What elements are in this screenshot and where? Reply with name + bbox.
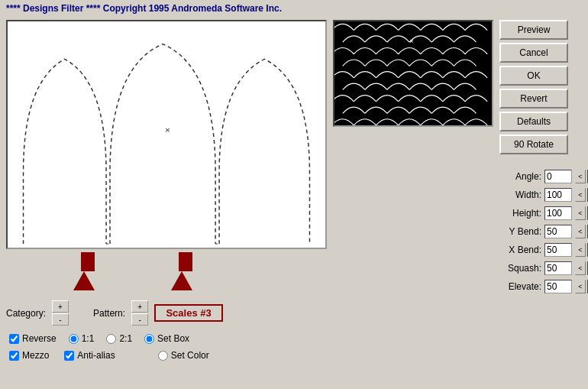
pattern-plus-button[interactable]: +	[131, 300, 148, 313]
cancel-button[interactable]: Cancel	[499, 43, 568, 63]
anti-alias-checkbox[interactable]	[64, 351, 74, 361]
slider-label-4: X Bend:	[499, 245, 541, 255]
slider-label-6: Elevate:	[499, 281, 541, 292]
pattern-preview: ×	[333, 20, 493, 127]
reverse-checkbox[interactable]	[9, 334, 19, 344]
set-color-label: Set Color	[171, 350, 209, 361]
set-box-label: Set Box	[157, 333, 189, 344]
slider-value-6[interactable]	[544, 280, 572, 293]
slider-row-y bend: Y Bend: < >	[499, 225, 588, 238]
slider-left-arrow-1[interactable]: <	[575, 188, 586, 202]
svg-rect-5	[179, 252, 192, 271]
slider-value-3[interactable]	[544, 225, 572, 238]
anti-alias-label: Anti-alias	[77, 350, 115, 361]
slider-left-arrow-2[interactable]: <	[575, 206, 586, 220]
slider-label-1: Width:	[499, 190, 541, 200]
slider-value-1[interactable]	[544, 188, 572, 202]
slider-label-0: Angle:	[499, 171, 541, 182]
set-box-radio[interactable]	[144, 334, 154, 344]
slider-value-2[interactable]	[544, 206, 572, 220]
title-text: **** Designs Filter **** Copyright 1995 …	[6, 3, 282, 14]
svg-text:×: ×	[165, 125, 170, 135]
revert-button[interactable]: Revert	[499, 89, 568, 109]
slider-left-arrow-0[interactable]: <	[575, 170, 586, 183]
svg-marker-6	[171, 271, 192, 290]
set-color-radio[interactable]	[158, 351, 168, 361]
slider-label-5: Squash:	[499, 263, 541, 274]
ratio-1-1-radio[interactable]	[69, 334, 79, 344]
svg-marker-4	[73, 271, 95, 290]
ratio-1-1-label: 1:1	[82, 333, 95, 344]
category-minus-button[interactable]: -	[52, 313, 69, 326]
defaults-button[interactable]: Defaults	[499, 112, 568, 131]
pattern-minus-button[interactable]: -	[131, 313, 148, 326]
category-stepper[interactable]: + -	[52, 300, 69, 326]
category-label: Category:	[6, 308, 46, 319]
category-plus-button[interactable]: +	[52, 300, 69, 313]
slider-row-x bend: X Bend: < >	[499, 243, 588, 257]
slider-value-5[interactable]	[544, 261, 572, 275]
svg-rect-3	[81, 252, 95, 271]
slider-row-squash: Squash: < >	[499, 261, 588, 275]
slider-row-height: Height: < >	[499, 206, 588, 220]
slider-value-4[interactable]	[544, 243, 572, 257]
reverse-label: Reverse	[22, 333, 57, 344]
design-canvas: ×	[6, 20, 327, 249]
slider-label-3: Y Bend:	[499, 226, 541, 237]
slider-left-arrow-4[interactable]: <	[575, 243, 586, 257]
pattern-name-box: Scales #3	[154, 304, 223, 322]
slider-left-arrow-5[interactable]: <	[575, 261, 586, 275]
mezzo-label: Mezzo	[22, 350, 49, 361]
pattern-stepper[interactable]: + -	[131, 300, 148, 326]
pattern-label: Pattern:	[93, 308, 125, 319]
ratio-2-1-radio[interactable]	[106, 334, 116, 344]
slider-label-2: Height:	[499, 208, 541, 219]
title-bar: **** Designs Filter **** Copyright 1995 …	[0, 0, 588, 17]
slider-row-width: Width: < >	[499, 188, 588, 202]
preview-button[interactable]: Preview	[499, 20, 568, 40]
slider-row-elevate: Elevate: < >	[499, 280, 588, 293]
svg-text:×: ×	[409, 37, 414, 45]
slider-left-arrow-6[interactable]: <	[575, 280, 586, 293]
slider-value-0[interactable]	[544, 170, 572, 183]
ok-button[interactable]: OK	[499, 66, 568, 86]
rotate-button[interactable]: 90 Rotate	[499, 135, 568, 154]
slider-row-angle: Angle: < >	[499, 170, 588, 183]
ratio-2-1-label: 2:1	[119, 333, 132, 344]
slider-left-arrow-3[interactable]: <	[575, 225, 586, 238]
mezzo-checkbox[interactable]	[9, 351, 19, 361]
